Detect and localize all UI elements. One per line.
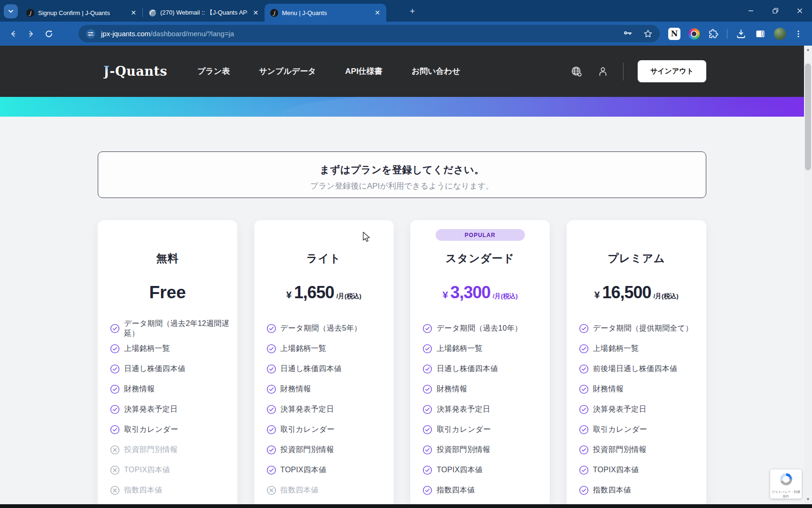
cross-icon bbox=[266, 485, 276, 495]
feature-item: 前後場日通し株価四本値 bbox=[579, 359, 706, 379]
check-icon bbox=[422, 405, 432, 414]
plan-price: ¥16,500/月(税込) bbox=[567, 283, 706, 303]
restore-button[interactable] bbox=[763, 0, 788, 22]
browser-tab[interactable]: (270) Webmail :: 【J-Quants API】✕ bbox=[143, 4, 265, 22]
tab-strip: jSignup Confirm | J-Quants✕(270) Webmail… bbox=[21, 4, 386, 22]
feature-item: 指数四本値 bbox=[110, 480, 237, 500]
nav-link[interactable]: サンプルデータ bbox=[259, 66, 316, 77]
profile-avatar[interactable] bbox=[774, 28, 786, 40]
check-icon bbox=[422, 425, 432, 435]
new-tab-button[interactable]: + bbox=[410, 7, 415, 16]
extensions-puzzle-icon[interactable] bbox=[708, 28, 719, 40]
feature-item: データ期間（過去10年） bbox=[422, 318, 550, 339]
feature-label: 日通し株価四本値 bbox=[124, 364, 186, 374]
feature-item: 取引カレンダー bbox=[266, 420, 394, 440]
lens-extension-icon[interactable] bbox=[688, 28, 700, 40]
notion-extension-icon[interactable]: N bbox=[668, 28, 680, 40]
page-content: まずはプランを登録してください。 プラン登録後にAPIが利用できるようになります… bbox=[0, 117, 804, 508]
mouse-cursor bbox=[362, 231, 373, 243]
back-button[interactable] bbox=[6, 26, 21, 41]
price-suffix: /月(税込) bbox=[654, 292, 679, 301]
bookmark-star-icon[interactable] bbox=[643, 29, 653, 39]
hero-gradient-banner bbox=[0, 97, 804, 117]
scroll-down-button[interactable]: ▼ bbox=[804, 495, 812, 503]
language-globe-icon[interactable] bbox=[570, 65, 583, 78]
feature-label: 上場銘柄一覧 bbox=[281, 344, 327, 354]
feature-label: TOPIX四本値 bbox=[437, 465, 483, 475]
page-scrollbar[interactable]: ▲ ▼ bbox=[804, 46, 812, 508]
check-icon bbox=[579, 364, 589, 374]
site-settings-icon[interactable] bbox=[86, 29, 95, 39]
chevron-down-icon bbox=[8, 8, 14, 15]
plan-price: ¥3,300/月(税込) bbox=[410, 283, 550, 303]
currency-symbol: ¥ bbox=[594, 289, 600, 301]
feature-label: 決算発表予定日 bbox=[437, 405, 490, 414]
notice-subtitle: プラン登録後にAPIが利用できるようになります。 bbox=[98, 181, 706, 191]
header-divider bbox=[623, 63, 624, 80]
feature-item: 上場銘柄一覧 bbox=[422, 339, 550, 359]
feature-label: 財務情報 bbox=[281, 384, 311, 394]
plan-name: スタンダード bbox=[410, 251, 550, 266]
url-path: /dashboard/menu/?lang=ja bbox=[150, 30, 234, 38]
recaptcha-badge[interactable]: プライバシー・利用規約 bbox=[770, 469, 802, 499]
feature-item: 財務情報 bbox=[579, 379, 706, 399]
jquants-logo[interactable]: J-Quants bbox=[103, 64, 167, 79]
plan-card[interactable]: 無料Freeデータ期間（過去2年12週間遅延）上場銘柄一覧日通し株価四本値財務情… bbox=[98, 220, 237, 508]
plan-card[interactable]: ライト¥1,650/月(税込)データ期間（過去5年）上場銘柄一覧日通し株価四本値… bbox=[254, 220, 394, 508]
forward-button[interactable] bbox=[23, 26, 39, 41]
password-key-icon[interactable] bbox=[622, 28, 633, 40]
browser-menu-icon[interactable] bbox=[794, 30, 803, 38]
scroll-up-button[interactable]: ▲ bbox=[804, 46, 812, 54]
feature-item: 取引カレンダー bbox=[110, 420, 237, 440]
tab-close-icon[interactable]: ✕ bbox=[129, 8, 138, 17]
jquants-favicon: j bbox=[270, 9, 278, 17]
tab-search-button[interactable] bbox=[4, 4, 18, 18]
signout-button[interactable]: サインアウト bbox=[638, 60, 706, 82]
cross-icon bbox=[110, 445, 120, 455]
price-suffix: /月(税込) bbox=[336, 292, 361, 301]
nav-link[interactable]: お問い合わせ bbox=[412, 66, 461, 77]
feature-item: 取引カレンダー bbox=[422, 420, 550, 440]
check-icon bbox=[266, 344, 276, 354]
feature-item: TOPIX四本値 bbox=[266, 460, 394, 480]
feature-label: 指数四本値 bbox=[124, 485, 163, 495]
browser-tab[interactable]: jSignup Confirm | J-Quants✕ bbox=[21, 4, 142, 22]
check-icon bbox=[266, 425, 276, 435]
browser-tab[interactable]: jMenu | J-Quants✕ bbox=[265, 4, 386, 22]
scrollbar-thumb[interactable] bbox=[805, 64, 811, 170]
feature-label: 投資部門別情報 bbox=[281, 445, 334, 455]
close-window-button[interactable] bbox=[788, 0, 812, 22]
plan-card[interactable]: プレミアム¥16,500/月(税込)データ期間（提供期間全て）上場銘柄一覧前後場… bbox=[567, 220, 706, 508]
window-controls bbox=[739, 0, 812, 22]
nav-link[interactable]: プラン表 bbox=[197, 66, 230, 77]
feature-item: 投資部門別情報 bbox=[266, 440, 394, 460]
feature-item: データ期間（提供期間全て） bbox=[579, 318, 706, 339]
notice-title: まずはプランを登録してください。 bbox=[98, 163, 706, 176]
url-host: jpx-jquants.com bbox=[101, 30, 150, 38]
jquants-favicon: j bbox=[26, 9, 34, 17]
reload-button[interactable] bbox=[41, 26, 56, 41]
browser-tab-bar: jSignup Confirm | J-Quants✕(270) Webmail… bbox=[0, 0, 812, 22]
plan-card[interactable]: POPULARスタンダード¥3,300/月(税込)データ期間（過去10年）上場銘… bbox=[410, 220, 550, 508]
address-bar[interactable]: jpx-jquants.com/dashboard/menu/?lang=ja bbox=[78, 25, 660, 42]
feature-label: 取引カレンダー bbox=[124, 425, 179, 435]
feature-label: TOPIX四本値 bbox=[124, 465, 170, 475]
account-person-icon[interactable] bbox=[597, 65, 609, 78]
price-amount: 1,650 bbox=[294, 283, 334, 302]
nav-link[interactable]: API仕様書 bbox=[345, 66, 383, 77]
feature-item: 決算発表予定日 bbox=[422, 399, 550, 420]
plan-name: 無料 bbox=[98, 251, 237, 266]
feature-label: 日通し株価四本値 bbox=[437, 364, 498, 374]
check-icon bbox=[266, 364, 276, 374]
tab-close-icon[interactable]: ✕ bbox=[373, 8, 382, 17]
feature-label: 財務情報 bbox=[437, 384, 467, 394]
side-panel-icon[interactable] bbox=[755, 28, 766, 40]
downloads-icon[interactable] bbox=[735, 28, 747, 40]
minimize-button[interactable] bbox=[739, 0, 763, 22]
check-icon bbox=[422, 485, 432, 495]
feature-label: 決算発表予定日 bbox=[593, 405, 647, 414]
feature-label: 日通し株価四本値 bbox=[281, 364, 342, 374]
feature-label: データ期間（過去10年） bbox=[437, 324, 522, 333]
feature-label: 上場銘柄一覧 bbox=[593, 344, 639, 354]
tab-close-icon[interactable]: ✕ bbox=[251, 8, 260, 17]
